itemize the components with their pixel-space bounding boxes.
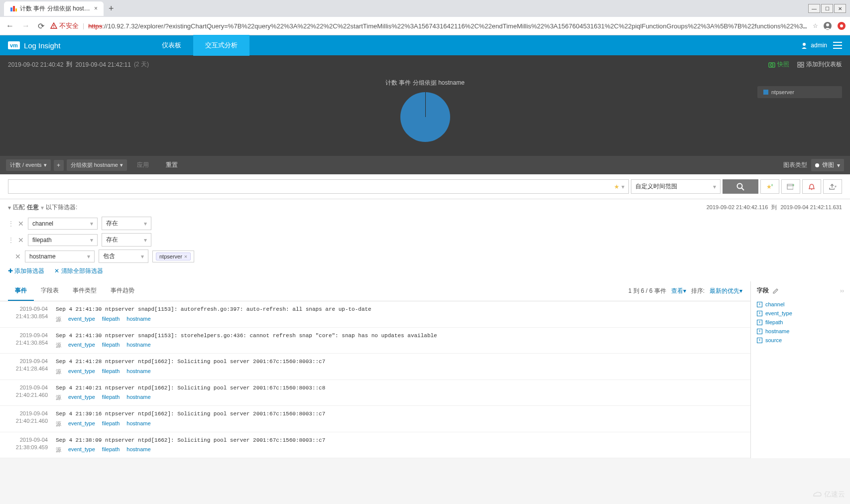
field-link-event-type[interactable]: event_type [68, 342, 95, 349]
security-warning[interactable]: 不安全 [50, 21, 79, 30]
time-range-bar: 2019-09-02 21:40:42 到 2019-09-04 21:42:1… [0, 55, 850, 74]
field-link-event-type[interactable]: event_type [68, 316, 95, 323]
snapshot-button[interactable]: 快照 [768, 60, 789, 69]
event-row[interactable]: 2019-09-0421:38:09.459 Sep 4 21:38:09 nt… [0, 432, 750, 459]
bookmark-star-icon[interactable]: ☆ [813, 22, 818, 29]
nav-dashboard[interactable]: 仪表板 [150, 35, 193, 56]
svg-rect-2 [15, 8, 17, 11]
collapse-sidebar-icon[interactable]: ›› [840, 287, 844, 294]
field-link-filepath[interactable]: filepath [102, 316, 120, 323]
field-link-filepath[interactable]: filepath [102, 368, 120, 376]
extension-icon[interactable] [837, 21, 846, 30]
nav-interactive-analytics[interactable]: 交互式分析 [193, 35, 249, 56]
event-row[interactable]: 2019-09-0421:41:30.854 Sep 4 21:41:30 nt… [0, 328, 750, 354]
svg-rect-4 [53, 27, 54, 27]
chevron-down-icon[interactable]: ▾ [8, 204, 11, 211]
nav-back-icon[interactable]: ← [4, 19, 16, 32]
field-link-hostname[interactable]: hostname [126, 316, 150, 323]
field-link-filepath[interactable]: filepath [102, 342, 120, 349]
field-link-filepath[interactable]: filepath [102, 420, 120, 428]
event-row[interactable]: 2019-09-0421:41:30.854 Sep 4 21:41:30 nt… [0, 301, 750, 328]
menu-icon[interactable] [833, 42, 842, 49]
tab-events[interactable]: 事件 [8, 281, 34, 301]
dashboard-add-button[interactable]: + [781, 179, 800, 194]
event-row[interactable]: 2019-09-0421:41:28.464 Sep 4 21:41:28 nt… [0, 354, 750, 380]
drag-handle-icon[interactable]: ⋮ [8, 237, 14, 244]
add-to-dashboard-button[interactable]: 添加到仪表板 [797, 60, 842, 69]
event-timestamp: 2019-09-0421:38:09.459 [8, 436, 48, 454]
window-maximize[interactable]: ☐ [821, 4, 833, 13]
tab-eventtypes[interactable]: 事件类型 [66, 281, 104, 301]
event-row[interactable]: 2019-09-0421:40:21.460 Sep 4 21:40:21 nt… [0, 380, 750, 406]
sidebar-title: 字段 [757, 286, 769, 295]
reset-button[interactable]: 重置 [159, 159, 185, 171]
filter-tag[interactable]: ntpserver× [156, 252, 191, 260]
search-input[interactable]: ★ ▾ [8, 179, 629, 194]
dashboard-icon [797, 62, 804, 68]
field-link-hostname[interactable]: hostname [126, 368, 150, 376]
filter-field-select[interactable]: hostname▾ [25, 251, 95, 262]
field-item[interactable]: +hostname [757, 327, 844, 336]
field-link-hostname[interactable]: hostname [126, 342, 150, 349]
alert-button[interactable] [802, 179, 821, 194]
pie-chart[interactable] [400, 92, 450, 142]
nav-reload-icon[interactable]: ⟳ [36, 19, 46, 33]
event-row[interactable]: 2019-09-0421:40:21.460 Sep 4 21:39:16 nt… [0, 406, 750, 432]
apply-button[interactable]: 应用 [130, 159, 156, 171]
search-button[interactable] [723, 179, 758, 194]
remove-filter-icon[interactable]: ✕ [18, 236, 24, 244]
field-link-event-type[interactable]: event_type [68, 420, 95, 428]
window-minimize[interactable]: — [808, 4, 820, 13]
field-item[interactable]: +event_type [757, 309, 844, 318]
add-filter-link[interactable]: ✚ 添加筛选器 [8, 267, 44, 275]
event-message: Sep 4 21:38:09 ntpserver ntpd[1662]: Sol… [56, 436, 742, 445]
field-item[interactable]: +channel [757, 300, 844, 309]
field-link-hostname[interactable]: hostname [126, 420, 150, 428]
field-item[interactable]: +filepath [757, 318, 844, 327]
add-aggregation-button[interactable]: + [54, 160, 64, 171]
filter-operator-select[interactable]: 包含▾ [99, 250, 148, 263]
filter-field-select[interactable]: filepath▾ [28, 234, 98, 246]
favorite-icon[interactable]: ★ [614, 183, 619, 190]
field-link-hostname[interactable]: hostname [126, 394, 150, 401]
share-button[interactable]: ▾ [823, 179, 842, 194]
url-input[interactable]: https://10.92.7.32/explorer/?existingCha… [88, 22, 809, 30]
chart-type-selector[interactable]: 饼图 ▾ [811, 159, 844, 171]
field-item[interactable]: +source [757, 336, 844, 345]
tab-close-icon[interactable]: × [94, 5, 98, 12]
edit-icon[interactable] [773, 288, 779, 294]
product-logo[interactable]: vm Log Insight [8, 41, 60, 50]
field-link-event-type[interactable]: event_type [68, 394, 95, 401]
field-link-hostname[interactable]: hostname [126, 446, 150, 454]
field-link-event-type[interactable]: event_type [68, 368, 95, 376]
tab-eventtrends[interactable]: 事件趋势 [104, 281, 141, 301]
field-link-event-type[interactable]: event_type [68, 446, 95, 454]
groupby-selector[interactable]: 分组依据 hostname▾ [67, 159, 127, 171]
new-tab-button[interactable]: + [104, 3, 119, 14]
svg-rect-16 [801, 62, 804, 64]
field-link-filepath[interactable]: filepath [102, 446, 120, 454]
filter-operator-select[interactable]: 存在▾ [102, 217, 151, 230]
sort-menu[interactable]: 最新的优先▾ [710, 287, 742, 295]
drag-handle-icon[interactable]: ⋮ [8, 220, 14, 227]
aggregation-selector[interactable]: 计数 / events▾ [6, 159, 51, 171]
field-link-filepath[interactable]: filepath [102, 394, 120, 401]
remove-filter-icon[interactable]: ✕ [18, 220, 24, 228]
chart-legend[interactable]: ntpserver [757, 86, 842, 98]
filter-value-input[interactable]: ntpserver× [152, 251, 194, 262]
bell-icon [808, 183, 815, 190]
filter-field-select[interactable]: channel▾ [28, 218, 98, 230]
remove-filter-icon[interactable]: ✕ [15, 252, 21, 260]
window-close[interactable]: ✕ [834, 4, 846, 13]
save-query-button[interactable]: ★+ [760, 179, 779, 194]
filter-operator-select[interactable]: 存在▾ [102, 233, 151, 247]
tab-fieldtable[interactable]: 字段表 [34, 281, 66, 301]
nav-forward-icon[interactable]: → [20, 19, 32, 32]
chart-panel: 2019-09-02 21:40:42 到 2019-09-04 21:42:1… [0, 55, 850, 174]
clear-filters-link[interactable]: ✕ 清除全部筛选器 [54, 267, 103, 275]
browser-tab[interactable]: 计数 事件 分组依据 hostname × [4, 1, 104, 16]
user-menu[interactable]: admin [801, 42, 827, 49]
time-range-selector[interactable]: 自定义时间范围▾ [631, 179, 721, 194]
profile-icon[interactable] [823, 21, 832, 30]
view-menu[interactable]: 查看▾ [671, 287, 686, 295]
